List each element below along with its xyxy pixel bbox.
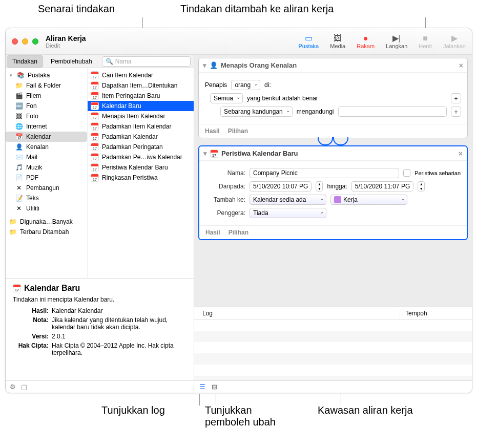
- library-root[interactable]: ▾ 📚 Pustaka: [6, 70, 87, 80]
- from-stepper[interactable]: ▲▼: [316, 181, 323, 191]
- from-date-input[interactable]: 5/10/2020 10:07 PG: [250, 181, 312, 191]
- action-item[interactable]: Cari Item Kalendar: [88, 70, 194, 80]
- category-teks[interactable]: 📝Teks: [6, 193, 87, 203]
- category-foto[interactable]: 🖼Foto: [6, 111, 87, 121]
- category-pembangun[interactable]: ✕Pembangun: [6, 183, 87, 193]
- category-filem[interactable]: 🎬Filem: [6, 91, 87, 101]
- content-select[interactable]: Sebarang kandungan: [220, 106, 293, 117]
- library-categories[interactable]: ▾ 📚 Pustaka 📁Fail & Folder🎬Filem🔤Fon🖼Fot…: [6, 68, 88, 278]
- action-item[interactable]: Menapis Item Kalendar: [88, 111, 194, 121]
- tab-actions[interactable]: Tindakan: [7, 55, 43, 68]
- toolbar-label: Rakam: [357, 43, 375, 49]
- category-label: Fail & Folder: [26, 82, 61, 89]
- action-item[interactable]: Dapatkan Item…Ditentukan: [88, 80, 194, 91]
- automator-window: Aliran Kerja Diedit ▭ Pustaka 🖼 Media ● …: [5, 28, 472, 393]
- callout-show-log: Tunjukkan log: [101, 404, 165, 416]
- library-icon: ▭: [303, 34, 314, 43]
- gear-icon[interactable]: ⚙: [10, 383, 16, 391]
- close-icon[interactable]: ×: [459, 150, 463, 158]
- category-fail-folder[interactable]: 📁Fail & Folder: [6, 80, 87, 91]
- library-pane: Tindakan Pembolehubah 🔍 Nama ▾ 📚 Pustaka…: [6, 55, 194, 393]
- results-tab[interactable]: Hasil: [205, 127, 220, 135]
- action-list[interactable]: Cari Item KalendarDapatkan Item…Ditentuk…: [88, 68, 194, 278]
- action-item[interactable]: Kalendar Baru: [88, 101, 194, 111]
- category-fon[interactable]: 🔤Fon: [6, 101, 87, 111]
- to-stepper[interactable]: ▲▼: [418, 181, 425, 191]
- event-name-input[interactable]: Company Picnic: [250, 168, 399, 178]
- workflow-area[interactable]: ▾ 👤 Menapis Orang Kenalan × Penapis oran…: [194, 55, 472, 307]
- action-label: Padamkan Item Kalendar: [102, 123, 171, 130]
- filter-type-select[interactable]: orang: [231, 80, 260, 90]
- action-label: Peristiwa Kalendar Baru: [102, 164, 168, 171]
- toolbar-record[interactable]: ● Rakam: [357, 34, 375, 49]
- search-placeholder: Nama: [115, 58, 132, 65]
- action-item[interactable]: Item Peringatan Baru: [88, 91, 194, 101]
- close-window-button[interactable]: [12, 38, 18, 45]
- action-filter-contacts[interactable]: ▾ 👤 Menapis Orang Kenalan × Penapis oran…: [198, 58, 468, 138]
- category-kalendar[interactable]: 📅Kalendar: [6, 132, 87, 142]
- action-item[interactable]: Padamkan Pe…iwa Kalendar: [88, 152, 194, 162]
- action-item[interactable]: Ringkasan Peristiwa: [88, 173, 194, 183]
- alarm-select[interactable]: Tiada: [250, 208, 326, 218]
- show-variables-button[interactable]: ⊟: [212, 383, 217, 391]
- category-kenalan[interactable]: 👤Kenalan: [6, 142, 87, 152]
- close-icon[interactable]: ×: [459, 61, 463, 70]
- search-input[interactable]: 🔍 Nama: [102, 56, 191, 67]
- options-tab[interactable]: Pilihan: [229, 229, 248, 236]
- disclosure-icon[interactable]: ▾: [9, 73, 13, 78]
- duration-header[interactable]: Tempoh: [400, 310, 472, 317]
- tab-variables[interactable]: Pembolehubah: [45, 55, 98, 68]
- category-pdf[interactable]: 📄PDF: [6, 173, 87, 183]
- category-label: Kalendar: [26, 133, 51, 140]
- action-item[interactable]: Padamkan Peringatan: [88, 142, 194, 152]
- calendar-name: Kerja: [343, 196, 358, 203]
- filter-value-input[interactable]: [338, 106, 447, 117]
- calendar-icon: [13, 284, 21, 292]
- action-item[interactable]: Padamkan Kalendar: [88, 132, 194, 142]
- disclosure-icon[interactable]: ▾: [203, 150, 207, 157]
- results-tab[interactable]: Hasil: [205, 229, 220, 236]
- category-icon: 📝: [15, 194, 23, 202]
- smart-folder[interactable]: 📁Terbaru Ditambah: [6, 227, 87, 237]
- category-icon: 📅: [15, 133, 23, 141]
- disclosure-icon[interactable]: ▾: [203, 61, 206, 69]
- action-item[interactable]: Padamkan Item Kalendar: [88, 121, 194, 132]
- toolbar-library[interactable]: ▭ Pustaka: [298, 34, 319, 49]
- minimize-window-button[interactable]: [22, 38, 28, 45]
- all-select[interactable]: Semua: [210, 93, 243, 103]
- toolbar-run[interactable]: ▶ Jalankan: [443, 34, 466, 49]
- category-icon: ✉️: [15, 153, 23, 161]
- category-mail[interactable]: ✉️Mail: [6, 152, 87, 162]
- folder-icon: 📁: [9, 228, 17, 236]
- action-new-calendar-event[interactable]: ▾ Peristiwa Kalendar Baru × Nama: Compan…: [198, 145, 468, 240]
- step-icon: ▶|: [391, 34, 402, 43]
- category-internet[interactable]: 🌐Internet: [6, 121, 87, 132]
- log-header[interactable]: Log: [194, 310, 400, 317]
- filter-label: Penapis: [205, 81, 227, 89]
- addto-select[interactable]: Kalendar sedia ada: [250, 195, 326, 205]
- category-label: Fon: [26, 102, 37, 110]
- add-rule-button[interactable]: ＋: [451, 106, 461, 117]
- toolbar-stop[interactable]: ■ Henti: [419, 34, 432, 49]
- allday-checkbox[interactable]: [403, 169, 410, 177]
- expand-icon[interactable]: ▢: [21, 383, 27, 391]
- category-muzik[interactable]: 🎵Muzik: [6, 162, 87, 173]
- category-icon: 🎵: [15, 163, 23, 172]
- name-label: Nama:: [205, 169, 245, 177]
- zoom-window-button[interactable]: [32, 38, 38, 45]
- to-date-input[interactable]: 5/10/2020 11:07 PG: [351, 181, 413, 191]
- show-log-button[interactable]: ☰: [199, 383, 205, 391]
- action-item[interactable]: Peristiwa Kalendar Baru: [88, 162, 194, 173]
- options-tab[interactable]: Pilihan: [228, 127, 248, 135]
- info-key: Hak Cipta:: [13, 342, 49, 356]
- calendar-color-icon: [334, 196, 341, 203]
- folder-label: Digunaka…Banyak: [20, 218, 73, 225]
- add-rule-button[interactable]: ＋: [451, 93, 461, 103]
- calendar-icon: [91, 122, 99, 131]
- calendar-select[interactable]: Kerja: [330, 195, 407, 205]
- category-utiliti[interactable]: ✕Utiliti: [6, 203, 87, 214]
- smart-folder[interactable]: 📁Digunaka…Banyak: [6, 217, 87, 227]
- action-label: Ringkasan Peristiwa: [102, 174, 158, 181]
- toolbar-media[interactable]: 🖼 Media: [330, 34, 345, 49]
- toolbar-step[interactable]: ▶| Langkah: [386, 34, 407, 49]
